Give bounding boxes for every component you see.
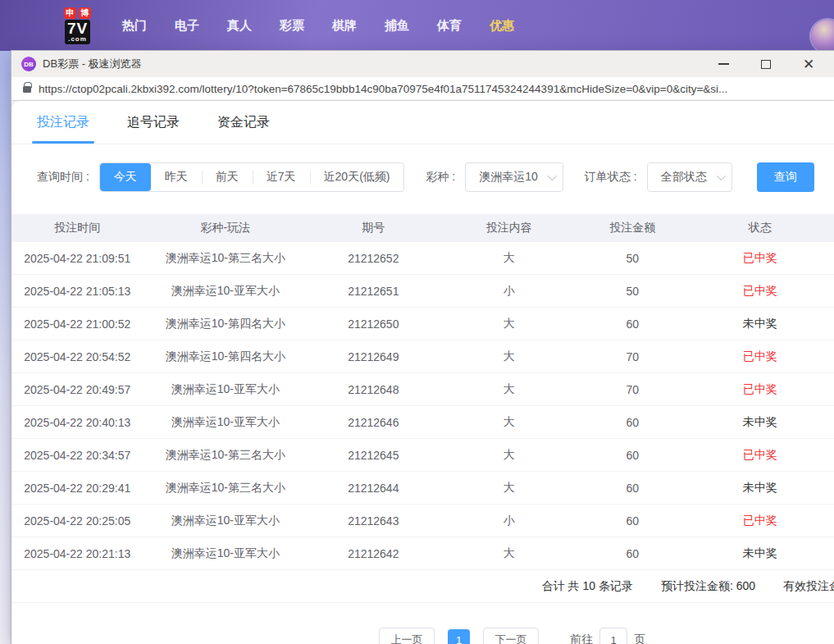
minimize-button[interactable] (713, 55, 734, 73)
bet-content: 大 (440, 317, 580, 331)
issue-number: 21212642 (308, 547, 439, 560)
game-play: 澳洲幸运10-第四名大小 (143, 317, 308, 331)
order-status-select[interactable]: 全部状态 (647, 162, 732, 192)
table-row: 2025-04-22 20:21:13澳洲幸运10-亚军大小21212642大6… (11, 537, 834, 570)
bet-content: 大 (440, 448, 580, 463)
logo-suffix-text: .com (67, 36, 88, 43)
game-play: 澳洲幸运10-亚军大小 (143, 415, 308, 430)
goto-page-group: 前往 页 (570, 628, 645, 644)
game-play: 澳洲幸运10-第四名大小 (143, 349, 308, 364)
time-option-5[interactable]: 近20天(低频) (310, 163, 404, 191)
logo-badge-bo: 博 (79, 7, 91, 19)
game-play: 澳洲幸运10-第三名大小 (143, 251, 308, 266)
logo-badges: 申 博 (64, 7, 91, 19)
issue-number: 21212643 (308, 514, 439, 528)
bet-content: 大 (440, 481, 580, 496)
minimize-icon (718, 63, 729, 65)
page-area: 投注记录追号记录资金记录 查询时间 : 今天昨天前天近7天近20天(低频) 彩种… (11, 101, 834, 644)
game-play: 澳洲幸运10-亚军大小 (143, 514, 308, 528)
goto-label: 前往 (570, 633, 593, 644)
lottery-filter-label: 彩种 : (426, 170, 455, 185)
column-header: 彩种-玩法 (143, 221, 308, 235)
nav-item-1[interactable]: 热门 (122, 18, 147, 34)
page-unit-label: 页 (634, 633, 645, 644)
status-text: 已中奖 (686, 251, 834, 266)
time-option-4[interactable]: 近7天 (253, 163, 310, 191)
table-row: 2025-04-22 20:34:57澳洲幸运10-第三名大小21212645大… (11, 439, 834, 472)
records-card: 投注记录追号记录资金记录 查询时间 : 今天昨天前天近7天近20天(低频) 彩种… (11, 101, 834, 644)
table-row: 2025-04-22 20:40:13澳洲幸运10-亚军大小21212646大6… (11, 406, 834, 439)
column-header: 投注时间 (11, 221, 143, 235)
lottery-select-value: 澳洲幸运10 (479, 170, 538, 185)
chevron-down-icon (548, 171, 557, 180)
time-option-1[interactable]: 今天 (100, 163, 151, 191)
table-row: 2025-04-22 21:00:52澳洲幸运10-第四名大小21212650大… (11, 308, 834, 340)
close-icon: ✕ (803, 57, 814, 71)
tab-3[interactable]: 资金记录 (217, 101, 270, 144)
time-option-3[interactable]: 前天 (202, 163, 253, 191)
logo-main-text: 7V (67, 21, 88, 36)
window-titlebar[interactable]: DB DB彩票 - 极速浏览器 ✕ (11, 51, 834, 77)
window-controls: ✕ (713, 55, 824, 73)
nav-item-3[interactable]: 真人 (227, 18, 252, 34)
status-text: 已中奖 (686, 448, 834, 463)
address-bar[interactable]: https://ctop02pcali.2kbxi392.com/lottery… (11, 77, 834, 101)
game-play: 澳洲幸运10-亚军大小 (143, 284, 308, 299)
goto-page-input[interactable] (599, 628, 627, 644)
status-text: 已中奖 (686, 382, 834, 397)
column-header: 投注金额 (579, 221, 686, 235)
user-avatar[interactable] (811, 20, 834, 53)
nav-item-7[interactable]: 体育 (437, 18, 462, 34)
issue-number: 21212646 (308, 416, 439, 429)
record-tabs: 投注记录追号记录资金记录 (11, 101, 834, 144)
status-text: 已中奖 (686, 514, 834, 528)
status-text: 未中奖 (686, 317, 834, 331)
table-row: 2025-04-22 20:49:57澳洲幸运10-亚军大小21212648大7… (11, 373, 834, 406)
chevron-down-icon (716, 171, 725, 180)
tab-1[interactable]: 投注记录 (37, 101, 89, 144)
valid-amount-text: 有效投注金额: (783, 579, 834, 594)
nav-item-4[interactable]: 彩票 (280, 18, 304, 34)
game-play: 澳洲幸运10-亚军大小 (143, 546, 308, 561)
table-row: 2025-04-22 21:05:13澳洲幸运10-亚军大小21212651小5… (11, 275, 834, 308)
issue-number: 21212645 (308, 449, 439, 462)
expected-amount-text: 预计投注金额: 600 (661, 579, 755, 594)
issue-number: 21212650 (308, 317, 439, 331)
status-text: 未中奖 (686, 546, 834, 561)
lottery-select[interactable]: 澳洲幸运10 (465, 162, 563, 192)
time-filter-label: 查询时间 : (37, 170, 89, 185)
bet-time: 2025-04-22 20:29:41 (11, 482, 143, 495)
bet-amount: 60 (579, 482, 686, 495)
nav-item-6[interactable]: 捕鱼 (385, 18, 409, 34)
browser-favicon-icon: DB (21, 57, 36, 71)
nav-item-8[interactable]: 优惠 (490, 18, 514, 34)
bet-time: 2025-04-22 20:40:13 (11, 416, 143, 429)
bet-records-table: 投注时间彩种-玩法期号投注内容投注金额状态 2025-04-22 21:09:5… (11, 214, 834, 603)
nav-item-5[interactable]: 棋牌 (332, 18, 357, 34)
nav-item-2[interactable]: 电子 (175, 18, 199, 34)
issue-number: 21212649 (308, 350, 439, 363)
bet-amount: 60 (579, 514, 686, 528)
url-text: https://ctop02pcali.2kbxi392.com/lottery… (39, 83, 727, 95)
bet-content: 大 (440, 415, 580, 430)
time-option-2[interactable]: 昨天 (151, 163, 202, 191)
bet-content: 小 (440, 514, 580, 528)
maximize-button[interactable] (755, 55, 777, 73)
bet-amount: 60 (579, 317, 686, 331)
site-logo[interactable]: 申 博 7V .com (64, 7, 91, 44)
search-button[interactable]: 查询 (757, 162, 814, 192)
page-number-current[interactable]: 1 (448, 629, 470, 644)
issue-number: 21212644 (308, 482, 439, 495)
logo-block: 7V .com (65, 20, 90, 44)
tab-2[interactable]: 追号记录 (127, 101, 180, 144)
bet-time: 2025-04-22 20:25:05 (11, 514, 143, 528)
issue-number: 21212648 (308, 383, 439, 396)
bet-amount: 60 (579, 547, 686, 560)
bet-time: 2025-04-22 20:54:52 (11, 350, 143, 363)
next-page-button[interactable]: 下一页 (483, 628, 539, 644)
table-row: 2025-04-22 20:54:52澳洲幸运10-第四名大小21212649大… (11, 340, 834, 373)
filter-bar: 查询时间 : 今天昨天前天近7天近20天(低频) 彩种 : 澳洲幸运10 订单状… (37, 162, 834, 192)
prev-page-button[interactable]: 上一页 (379, 628, 435, 644)
logo-badge-shen: 申 (64, 7, 76, 19)
close-button[interactable]: ✕ (798, 55, 819, 73)
